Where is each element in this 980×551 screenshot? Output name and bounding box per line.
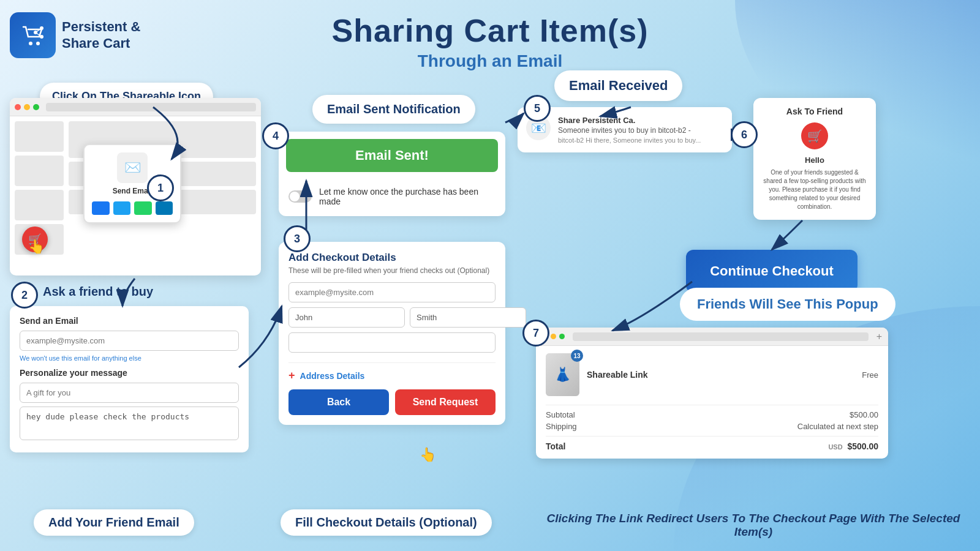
- friends-popup-label: Friends Will See This Popup: [680, 288, 895, 321]
- checkout-details-subtitle: These will be pre-filled when your frien…: [288, 266, 496, 275]
- ask-friend-popup: Ask To Friend 🛒 Hello One of your friend…: [753, 98, 876, 220]
- step-2-label: Ask a friend to buy: [43, 285, 153, 299]
- fill-checkout-label: Fill Checkout Details (Optional): [281, 509, 492, 536]
- toggle-label: Let me know once the purchase has been m…: [319, 187, 496, 206]
- checkout-last-name[interactable]: [410, 307, 526, 328]
- gmail-preview: bitcot-b2 Hi there, Someone invites you …: [558, 137, 701, 144]
- redirect-label: Clicking The Link Redirect Users To The …: [533, 512, 974, 539]
- friends-popup-text: Friends Will See This Popup: [697, 296, 878, 312]
- product-info: Shareable Link: [587, 370, 854, 380]
- checkout-email-input[interactable]: [288, 282, 496, 302]
- mockup-browser-bar: +: [536, 328, 888, 346]
- gmail-title: Share Persistent Ca.: [558, 116, 701, 125]
- mockup-dot-yellow: [551, 334, 556, 339]
- email-received-label: Email Received: [554, 70, 682, 101]
- step-3-circle: 3: [284, 225, 311, 252]
- mockup-url-bar: [573, 332, 869, 341]
- continue-checkout-button[interactable]: Continue Checkout: [686, 250, 858, 293]
- friend-email-input[interactable]: [20, 331, 239, 351]
- email-sent-banner: Email Sent!: [286, 139, 498, 172]
- ask-friend-cart-icon: 🛒: [801, 122, 828, 149]
- divider: [546, 436, 878, 437]
- step-7-circle: 7: [522, 320, 549, 347]
- product-badge: 13: [571, 350, 583, 362]
- tw-btn[interactable]: [113, 201, 131, 215]
- personalize-label: Personalize your message: [20, 368, 239, 378]
- product-image: 👗 13: [546, 353, 579, 396]
- step-5-circle: 5: [524, 95, 551, 122]
- send-request-button[interactable]: Send Request: [395, 389, 496, 415]
- mockup-add-tab: +: [876, 331, 882, 342]
- page-subtitle: Through an Email: [0, 51, 980, 71]
- ask-friend-text: One of your friends suggested & shared a…: [762, 168, 867, 211]
- address-label: Address Details: [300, 371, 365, 381]
- step-6-circle: 6: [731, 121, 758, 148]
- product-row: 👗 13 Shareable Link Free: [546, 353, 878, 396]
- subtotal-label: Subtotal: [546, 410, 575, 419]
- sidebar-item: [15, 190, 64, 220]
- email-hint: We won't use this email for anything els…: [20, 354, 239, 362]
- total-row: Total USD $500.00: [546, 441, 878, 451]
- product-name: Shareable Link: [587, 370, 854, 380]
- send-cursor-icon: 👆: [420, 447, 436, 463]
- shipping-value: Calculated at next step: [797, 422, 878, 431]
- back-button[interactable]: Back: [288, 389, 389, 415]
- step-4-circle: 4: [262, 122, 289, 149]
- browser-bar: [10, 98, 261, 116]
- ask-friend-hello: Hello: [762, 156, 867, 165]
- checkout-details-title: Add Checkout Details: [288, 252, 496, 264]
- sidebar-item: [15, 121, 64, 152]
- total-usd: USD: [828, 443, 842, 451]
- product-price-free: Free: [862, 370, 878, 380]
- subtotal-value: $500.00: [850, 410, 878, 419]
- gmail-content: Share Persistent Ca. Someone invites you…: [558, 116, 701, 144]
- browser-dot-yellow: [24, 104, 30, 110]
- checkout-first-name[interactable]: [288, 307, 405, 328]
- wa-btn[interactable]: [134, 201, 152, 215]
- checkout-details-panel: Add Checkout Details These will be pre-f…: [279, 242, 505, 425]
- browser-url-bar: [46, 103, 256, 111]
- checkout-extra-input[interactable]: [288, 332, 496, 353]
- page-header: Sharing Cart Item(s) Through an Email: [0, 12, 980, 71]
- page-title: Sharing Cart Item(s): [0, 12, 980, 49]
- email-sent-box: Email Sent! Let me know once the purchas…: [279, 132, 505, 216]
- address-toggle[interactable]: + Address Details: [288, 362, 496, 382]
- address-plus-icon: +: [288, 369, 295, 382]
- mockup-dot-green: [559, 334, 565, 339]
- divider: [546, 405, 878, 405]
- browser-dot-green: [33, 104, 39, 110]
- toggle-switch[interactable]: [288, 190, 312, 203]
- browser-dot-red: [15, 104, 21, 110]
- checkout-page-mockup: + 👗 13 Shareable Link Free Subtotal $500…: [536, 328, 888, 459]
- step-2-circle: 2: [11, 282, 38, 309]
- gmail-subject: Someone invites you to buy in bitcot-b2 …: [558, 126, 701, 135]
- send-email-icon: ✉️: [117, 152, 148, 183]
- add-friend-email-label: Add Your Friend Email: [34, 509, 194, 536]
- subtotal-row: Subtotal $500.00: [546, 410, 878, 419]
- email-sent-notification-label: Email Sent Notification: [312, 95, 475, 124]
- sidebar-item: [15, 156, 64, 186]
- total-value: USD $500.00: [828, 441, 878, 451]
- cursor-icon: 👆: [28, 239, 45, 255]
- step-1-circle: 1: [147, 174, 174, 201]
- friend-email-panel: Send an Email We won't use this email fo…: [10, 306, 249, 452]
- fb-btn[interactable]: [92, 201, 110, 215]
- message-textarea[interactable]: hey dude please check the products: [20, 407, 239, 440]
- email-toggle-row: Let me know once the purchase has been m…: [279, 179, 505, 216]
- total-label: Total: [546, 441, 565, 451]
- mockup-body: 👗 13 Shareable Link Free Subtotal $500.0…: [536, 346, 888, 459]
- shipping-row: Shipping Calculated at next step: [546, 422, 878, 431]
- browser-mockup: ✉️ Send Email: [10, 98, 261, 276]
- ask-friend-title: Ask To Friend: [762, 107, 867, 116]
- gmail-card: 📧 Share Persistent Ca. Someone invites y…: [518, 107, 732, 152]
- send-email-field-label: Send an Email: [20, 316, 239, 326]
- shipping-label: Shipping: [546, 422, 577, 431]
- message-subject-input[interactable]: [20, 383, 239, 403]
- li-btn[interactable]: [156, 201, 173, 215]
